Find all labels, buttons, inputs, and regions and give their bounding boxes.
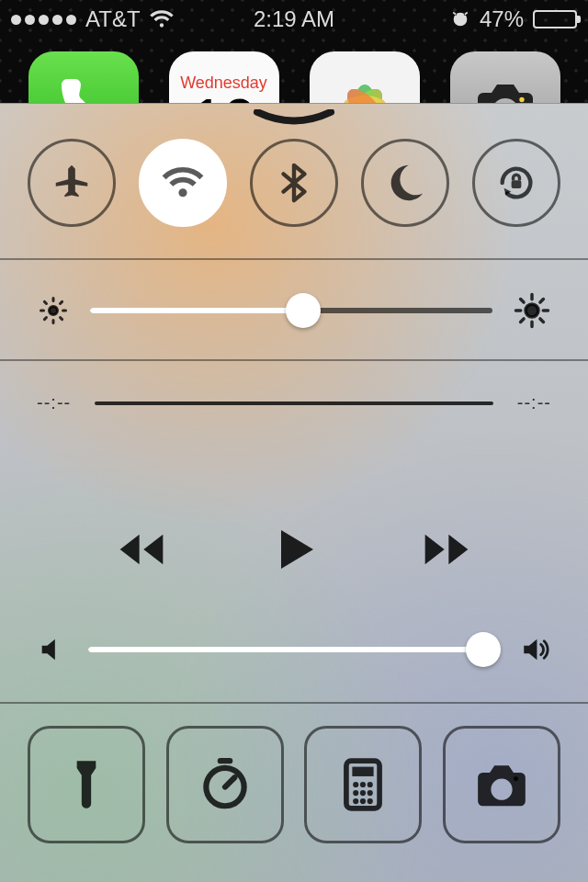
transport-controls — [37, 524, 551, 575]
svg-point-15 — [353, 782, 358, 787]
volume-high-icon — [520, 634, 551, 665]
brightness-row — [0, 260, 588, 359]
toggle-row — [0, 104, 588, 258]
rewind-button[interactable] — [116, 524, 167, 575]
svg-point-16 — [360, 782, 366, 787]
camera-button[interactable] — [443, 726, 560, 843]
status-bar: AT&T 2:19 AM 47% — [0, 0, 588, 39]
svg-point-19 — [360, 790, 366, 796]
control-center-panel: --:-- --:-- — [0, 103, 588, 882]
elapsed-time: --:-- — [37, 392, 71, 413]
do-not-disturb-toggle[interactable] — [361, 139, 449, 227]
svg-point-10 — [50, 307, 58, 315]
svg-point-11 — [526, 304, 538, 317]
rewind-icon — [116, 524, 167, 575]
brightness-low-icon — [37, 294, 70, 327]
svg-point-17 — [368, 782, 373, 787]
play-button[interactable] — [268, 524, 320, 575]
forward-icon — [421, 524, 472, 575]
svg-point-21 — [353, 798, 358, 804]
svg-point-22 — [360, 798, 366, 804]
airplane-icon — [51, 162, 93, 204]
volume-slider[interactable] — [88, 637, 500, 662]
calculator-icon — [334, 756, 391, 813]
battery-percent-label: 47% — [480, 6, 524, 32]
svg-rect-14 — [353, 767, 374, 776]
carrier-label: AT&T — [85, 6, 141, 32]
remaining-time: --:-- — [517, 392, 551, 413]
brightness-high-icon — [513, 291, 551, 330]
music-area: --:-- --:-- — [0, 361, 588, 702]
moon-icon — [384, 162, 426, 204]
play-icon — [268, 524, 320, 575]
timer-icon — [197, 756, 254, 813]
wifi-status-icon — [150, 7, 174, 31]
forward-button[interactable] — [421, 524, 472, 575]
wifi-icon — [162, 162, 204, 204]
brightness-slider[interactable] — [90, 298, 492, 323]
rotation-lock-toggle[interactable] — [472, 139, 560, 227]
svg-point-8 — [519, 97, 524, 102]
svg-point-18 — [353, 790, 358, 796]
camera-icon — [473, 756, 530, 813]
svg-point-24 — [514, 776, 518, 781]
volume-low-icon — [37, 634, 68, 665]
battery-icon — [533, 10, 577, 28]
rotation-lock-icon — [495, 162, 537, 204]
scrubber[interactable] — [95, 401, 493, 405]
svg-rect-9 — [512, 180, 522, 188]
timer-button[interactable] — [166, 726, 284, 843]
bluetooth-icon — [273, 162, 315, 204]
svg-point-23 — [368, 798, 373, 804]
alarm-icon — [450, 9, 470, 29]
bluetooth-toggle[interactable] — [250, 139, 338, 227]
svg-point-20 — [368, 790, 373, 796]
airplane-mode-toggle[interactable] — [28, 139, 116, 227]
calculator-button[interactable] — [304, 726, 422, 843]
wifi-toggle[interactable] — [139, 139, 227, 227]
flashlight-button[interactable] — [28, 726, 145, 843]
shortcut-row — [0, 704, 588, 869]
flashlight-icon — [58, 756, 115, 813]
signal-strength — [11, 15, 76, 25]
